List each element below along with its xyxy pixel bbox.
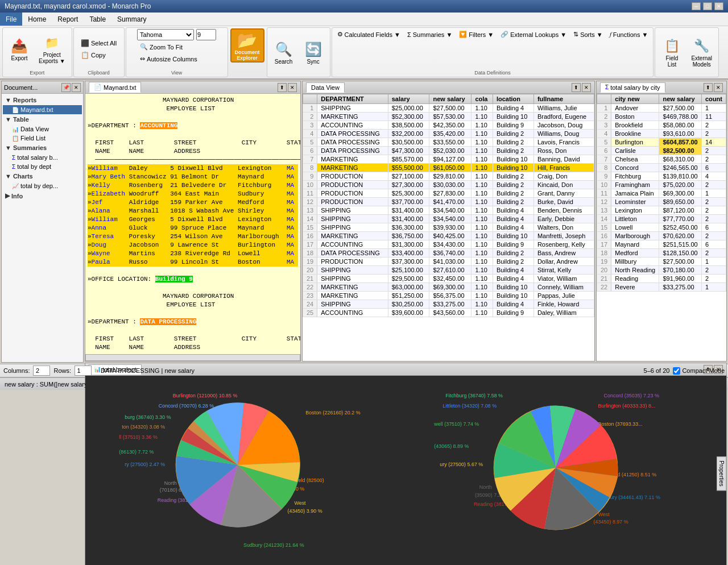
summary-row[interactable]: 11Jamaica Plain$69,300.001 — [597, 189, 726, 198]
summary-row[interactable]: 5Burlington$604,857.0014 — [597, 138, 726, 147]
table-row[interactable]: 24SHIPPING$30,250.00$33,275.001.10Buildi… — [303, 300, 594, 309]
text-row-6[interactable]: »Alana Marshall 1018 S Wabash Ave Shirle… — [88, 207, 298, 215]
maynard-txt-item[interactable]: 📄 Maynard.txt — [3, 105, 82, 114]
columns-spinner[interactable] — [33, 365, 50, 376]
table-row[interactable]: 12PRODUCTION$37,700.00$41,470.001.10Buil… — [303, 198, 594, 206]
filters-button[interactable]: 🔽 Filters ▼ — [456, 29, 497, 40]
summary-row[interactable]: 10Framingham$75,020.002 — [597, 181, 726, 189]
menu-file[interactable]: File — [0, 13, 22, 26]
document-explorer-button[interactable]: 📂 DocumentExplorer — [230, 28, 264, 63]
summary-row[interactable]: 13Lexington$87,120.002 — [597, 206, 726, 215]
copy-button[interactable]: 📋 Copy — [78, 49, 119, 61]
data-view-tab[interactable]: Data View — [306, 82, 345, 93]
text-panel-restore-btn[interactable]: ⬆ — [278, 83, 287, 92]
table-section[interactable]: ▼ Table — [3, 114, 82, 124]
summary-row[interactable]: 1Andover$27,500.001 — [597, 104, 726, 113]
field-list-button[interactable]: 📋 FieldList — [657, 34, 686, 70]
info-section[interactable]: ▶ Info — [3, 190, 82, 201]
text-row-2[interactable]: »Mary Beth Stancowicz 91 Belmont Dr Mayn… — [88, 173, 298, 181]
col-header-dept[interactable]: DEPARTMENT — [317, 94, 388, 104]
minimize-btn[interactable]: ─ — [692, 2, 701, 10]
summary-row[interactable]: 2Boston$469,788.0011 — [597, 113, 726, 121]
sorts-button[interactable]: ⇅ Sorts ▼ — [570, 29, 606, 40]
summary-row[interactable]: 16Marlborough$70,620.002 — [597, 232, 726, 240]
text-row-3[interactable]: »Kelly Rosenberg 21 Belvedere Dr Fitchbu… — [88, 181, 298, 190]
summary-row[interactable]: 14Littleton$77,770.002 — [597, 215, 726, 223]
table-row[interactable]: 4DATA PROCESSING$32,200.00$35,420.001.10… — [303, 130, 594, 138]
text-row-4[interactable]: »Elizabeth Woodruff 364 East Main Sudbur… — [88, 190, 298, 198]
compact-mode-checkbox[interactable] — [673, 367, 680, 375]
summary-close-btn[interactable]: ✕ — [714, 83, 723, 92]
text-row-12[interactable]: »Paula Russo 99 Lincoln St Boston MA — [88, 258, 298, 267]
project-exports-button[interactable]: 📁 ProjectExports ▼ — [35, 31, 69, 67]
table-row[interactable]: 7MARKETING$85,570.00$94,127.001.10Buildi… — [303, 155, 594, 164]
table-row[interactable]: 13SHIPPING$31,400.00$34,540.001.10Buildi… — [303, 206, 594, 215]
table-row[interactable]: 11PRODUCTION$25,300.00$27,830.001.10Buil… — [303, 189, 594, 198]
text-row-9[interactable]: »Teresa Poresky 254 Wilson Ave Marlborou… — [88, 232, 298, 241]
summary-row[interactable]: 15Lowell$252,450.006 — [597, 223, 726, 232]
text-scrollbar-h[interactable] — [85, 354, 300, 361]
table-row[interactable]: 16MARKETING$36,750.00$40,425.001.10Build… — [303, 232, 594, 240]
summary-row[interactable]: 22Revere$33,275.001 — [597, 283, 726, 292]
data-table[interactable]: DEPARTMENT salary new salary cola locati… — [303, 94, 594, 361]
sum-col-count[interactable]: count — [701, 94, 726, 104]
select-all-button[interactable]: ⬛ Select All — [78, 38, 119, 49]
data-panel-restore-btn[interactable]: ⬆ — [572, 83, 581, 92]
summary-row[interactable]: 6Carlisle$82,500.002 — [597, 147, 726, 155]
text-panel-tab[interactable]: 📄 Maynard.txt — [89, 82, 141, 93]
autosize-columns-button[interactable]: ⇔ Autosize Columns — [137, 53, 200, 64]
col-header-newsalary[interactable]: new salary — [429, 94, 471, 104]
external-models-button[interactable]: 🔧 ExternalModels — [687, 34, 716, 70]
total-salary-item[interactable]: Σ total salary b... — [3, 153, 82, 162]
doc-panel-close-btn[interactable]: ✕ — [72, 83, 81, 92]
table-row[interactable]: 6DATA PROCESSING$47,300.00$52,030.001.10… — [303, 147, 594, 155]
reports-section[interactable]: ▼ Reports — [3, 95, 82, 105]
summary-row[interactable]: 12Leominster$89,650.002 — [597, 198, 726, 206]
col-header-fullname[interactable]: fullname — [533, 94, 594, 104]
text-content[interactable]: MAYNARD CORPORATION EMPLOYEE LIST »DEPAR… — [85, 94, 300, 354]
text-row-1[interactable]: »William Daley 5 Dixwell Blvd Lexington … — [88, 164, 298, 173]
menu-summary[interactable]: Summary — [111, 13, 152, 26]
table-row[interactable]: 19PRODUCTION$37,300.00$41,030.001.10Buil… — [303, 257, 594, 266]
text-row-8[interactable]: »Anna Gluck 99 Spruce Place Maynard MA — [88, 224, 298, 232]
table-row[interactable]: 10PRODUCTION$27,300.00$30,030.001.10Buil… — [303, 181, 594, 189]
summary-row[interactable]: 19Millbury$27,500.001 — [597, 257, 726, 266]
summary-row[interactable]: 4Brookline$93,610.002 — [597, 130, 726, 138]
sync-button[interactable]: 🔄 Sync — [299, 38, 328, 68]
summary-restore-btn[interactable]: ⬆ — [704, 83, 713, 92]
summary-row[interactable]: 9Fitchburg$139,810.004 — [597, 172, 726, 181]
table-row[interactable]: 17ACCOUNTING$31,300.00$34,430.001.10Buil… — [303, 240, 594, 249]
text-row-11[interactable]: »Wayne Martins 238 Riveredge Rd Lowell M… — [88, 250, 298, 258]
summary-row[interactable]: 3Brookfield$58,080.002 — [597, 121, 726, 130]
sum-col-city[interactable]: city new — [611, 94, 659, 104]
rows-spinner[interactable] — [75, 365, 92, 376]
table-row[interactable]: 9PRODUCTION$27,100.00$29,810.001.10Build… — [303, 172, 594, 181]
maximize-btn[interactable]: □ — [703, 2, 712, 10]
table-row[interactable]: 14SHIPPING$31,400.00$34,540.001.10Buildi… — [303, 215, 594, 223]
col-header-salary[interactable]: salary — [388, 94, 429, 104]
table-row[interactable]: 5DATA PROCESSING$30,500.00$33,550.001.10… — [303, 138, 594, 147]
data-view-item[interactable]: 📊 Data View — [3, 124, 82, 134]
table-row[interactable]: 2MARKETING$52,300.00$57,530.001.10Buildi… — [303, 113, 594, 121]
text-row-5[interactable]: »Jef Aldridge 159 Parker Ave Medford MA — [88, 198, 298, 207]
font-size-input[interactable] — [196, 29, 216, 40]
summary-row[interactable]: 7Chelsea$68,310.002 — [597, 155, 726, 164]
zoom-to-fit-button[interactable]: 🔍 Zoom To Fit — [137, 41, 185, 52]
properties-tab[interactable]: Properties — [717, 456, 726, 491]
table-row[interactable]: 23MARKETING$51,250.00$56,375.001.10Build… — [303, 292, 594, 300]
menu-home[interactable]: Home — [22, 13, 52, 26]
font-name-select[interactable]: Tahoma — [137, 29, 194, 40]
calculated-fields-button[interactable]: ⚙ Calculated Fields ▼ — [334, 29, 403, 40]
sum-col-salary[interactable]: new salary — [659, 94, 701, 104]
chart-item[interactable]: 📈 total by dep... — [3, 181, 82, 190]
text-row-7[interactable]: »William Georges 5 Dixwell Blvd Lexingto… — [88, 215, 298, 224]
summary-row[interactable]: 17Maynard$251,515.006 — [597, 240, 726, 249]
close-btn[interactable]: ✕ — [714, 2, 723, 10]
summary-row[interactable]: 21Reading$91,960.002 — [597, 275, 726, 283]
total-by-dept-item[interactable]: Σ total by dept — [3, 162, 82, 171]
search-button[interactable]: 🔍 Search — [270, 38, 298, 68]
functions-button[interactable]: 𝑓 Functions ▼ — [607, 29, 651, 40]
summaries-section[interactable]: ▼ Summaries — [3, 143, 82, 153]
col-header-location[interactable]: location — [493, 94, 533, 104]
table-row[interactable]: 20SHIPPING$25,100.00$27,610.001.10Buildi… — [303, 266, 594, 275]
